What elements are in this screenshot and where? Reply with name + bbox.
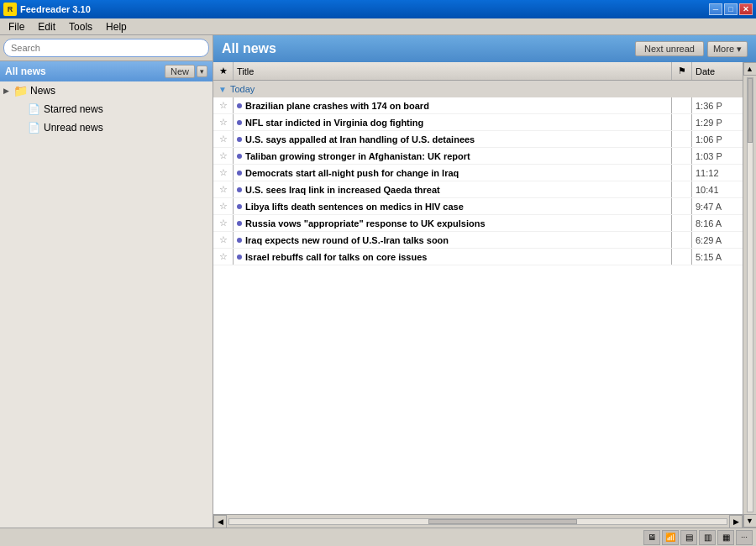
scroll-right-button[interactable]: ▶ bbox=[729, 515, 743, 528]
date-cell: 1:36 P bbox=[692, 101, 743, 111]
search-bar bbox=[0, 35, 213, 61]
news-title: Iraq expects new round of U.S.-Iran talk… bbox=[245, 235, 449, 245]
new-dropdown-button[interactable]: ▾ bbox=[197, 66, 207, 77]
status-icon-layout1[interactable]: ▤ bbox=[680, 530, 697, 545]
search-input[interactable] bbox=[3, 39, 209, 57]
table-row[interactable]: ☆ Israel rebuffs call for talks on core … bbox=[213, 249, 743, 265]
unread-dot bbox=[237, 238, 242, 243]
day-label: Today bbox=[230, 84, 255, 94]
table-row[interactable]: ☆ U.S. says appalled at Iran handling of… bbox=[213, 131, 743, 148]
table-row[interactable]: ☆ Taliban growing stronger in Afghanista… bbox=[213, 148, 743, 165]
table-row[interactable]: ☆ Brazilian plane crashes with 174 on bo… bbox=[213, 97, 743, 114]
more-arrow-icon: ▾ bbox=[737, 44, 742, 55]
window-controls: ─ □ ✕ bbox=[709, 3, 753, 15]
more-button[interactable]: More ▾ bbox=[707, 41, 748, 57]
news-title: Libya lifts death sentences on medics in… bbox=[245, 202, 464, 212]
flag-cell[interactable] bbox=[672, 114, 692, 130]
more-label: More bbox=[713, 44, 734, 54]
news-title: Russia vows "appropriate" response to UK… bbox=[245, 218, 486, 228]
status-icon-layout2[interactable]: ▥ bbox=[699, 530, 716, 545]
flag-cell[interactable] bbox=[672, 232, 692, 248]
star-cell[interactable]: ☆ bbox=[213, 181, 234, 197]
date-cell: 10:41 bbox=[692, 185, 743, 195]
status-icon-layout3[interactable]: ▦ bbox=[717, 530, 734, 545]
v-scroll-track[interactable] bbox=[747, 77, 753, 512]
menu-tools[interactable]: Tools bbox=[62, 19, 99, 34]
v-scroll-thumb[interactable] bbox=[748, 78, 753, 143]
star-cell[interactable]: ☆ bbox=[213, 97, 234, 113]
table-row[interactable]: ☆ Russia vows "appropriate" response to … bbox=[213, 215, 743, 232]
content-area: All news Next unread More ▾ ★ Title ⚑ Da… bbox=[213, 35, 756, 528]
star-cell[interactable]: ☆ bbox=[213, 249, 234, 265]
table-row[interactable]: ☆ Libya lifts death sentences on medics … bbox=[213, 198, 743, 215]
maximize-button[interactable]: □ bbox=[724, 3, 738, 15]
news-title: Israel rebuffs call for talks on core is… bbox=[245, 252, 427, 262]
all-news-header: All news New ▾ bbox=[0, 61, 213, 81]
table-header: ★ Title ⚑ Date bbox=[213, 62, 743, 81]
vertical-scrollbar[interactable]: ▲ ▼ bbox=[743, 62, 756, 528]
flag-cell[interactable] bbox=[672, 181, 692, 197]
menu-edit[interactable]: Edit bbox=[31, 19, 62, 34]
unread-dot bbox=[237, 154, 242, 159]
news-title: U.S. sees Iraq link in increased Qaeda t… bbox=[245, 185, 440, 195]
star-cell[interactable]: ☆ bbox=[213, 232, 234, 248]
menu-file[interactable]: File bbox=[2, 19, 31, 34]
scroll-track[interactable] bbox=[228, 518, 727, 525]
star-cell[interactable]: ☆ bbox=[213, 215, 234, 231]
flag-cell[interactable] bbox=[672, 165, 692, 181]
unread-dot bbox=[237, 221, 242, 226]
scroll-down-button[interactable]: ▼ bbox=[743, 514, 757, 528]
scroll-thumb[interactable] bbox=[428, 519, 578, 524]
tree-item-news[interactable]: ▶ 📁 News bbox=[0, 81, 213, 100]
date-cell: 1:06 P bbox=[692, 134, 743, 144]
status-icons: 🖥 📶 ▤ ▥ ▦ ⋯ bbox=[643, 530, 753, 545]
news-title: Taliban growing stronger in Afghanistan:… bbox=[245, 151, 470, 161]
star-cell[interactable]: ☆ bbox=[213, 198, 234, 214]
title-cell: Libya lifts death sentences on medics in… bbox=[234, 198, 672, 214]
table-row[interactable]: ☆ Democrats start all-night push for cha… bbox=[213, 165, 743, 181]
flag-cell[interactable] bbox=[672, 97, 692, 113]
next-unread-button[interactable]: Next unread bbox=[635, 41, 704, 56]
title-cell: Brazilian plane crashes with 174 on boar… bbox=[234, 97, 672, 113]
col-header-star: ★ bbox=[213, 62, 234, 80]
sidebar: All news New ▾ ▶ 📁 News 📄 Starred news 📄… bbox=[0, 35, 213, 528]
app-icon: R bbox=[3, 3, 17, 16]
date-cell: 9:47 A bbox=[692, 202, 743, 212]
tree-label-news: News bbox=[30, 85, 55, 97]
flag-cell[interactable] bbox=[672, 249, 692, 265]
scroll-up-button[interactable]: ▲ bbox=[743, 62, 757, 76]
title-cell: U.S. sees Iraq link in increased Qaeda t… bbox=[234, 181, 672, 197]
star-cell[interactable]: ☆ bbox=[213, 165, 234, 181]
status-icon-network[interactable]: 📶 bbox=[662, 530, 679, 545]
table-body: ▼ Today ☆ Brazilian plane crashes with 1… bbox=[213, 81, 743, 514]
table-row[interactable]: ☆ U.S. sees Iraq link in increased Qaeda… bbox=[213, 181, 743, 198]
flag-cell[interactable] bbox=[672, 215, 692, 231]
star-cell[interactable]: ☆ bbox=[213, 148, 234, 164]
star-cell[interactable]: ☆ bbox=[213, 131, 234, 147]
tree-item-starred[interactable]: 📄 Starred news bbox=[0, 100, 213, 118]
tree-item-unread[interactable]: 📄 Unread news bbox=[0, 118, 213, 137]
col-header-flag: ⚑ bbox=[672, 62, 692, 80]
unread-dot bbox=[237, 187, 242, 192]
table-row[interactable]: ☆ NFL star indicted in Virginia dog figh… bbox=[213, 114, 743, 131]
menu-help[interactable]: Help bbox=[99, 19, 134, 34]
status-icon-resize[interactable]: ⋯ bbox=[736, 530, 753, 545]
table-row[interactable]: ☆ Iraq expects new round of U.S.-Iran ta… bbox=[213, 232, 743, 249]
status-icon-monitor[interactable]: 🖥 bbox=[643, 530, 660, 545]
col-header-title[interactable]: Title bbox=[234, 62, 672, 80]
new-button[interactable]: New bbox=[165, 65, 195, 78]
flag-cell[interactable] bbox=[672, 131, 692, 147]
flag-cell[interactable] bbox=[672, 198, 692, 214]
day-expand-icon: ▼ bbox=[218, 85, 227, 94]
close-button[interactable]: ✕ bbox=[739, 3, 753, 15]
title-bar: R Feedreader 3.10 ─ □ ✕ bbox=[0, 0, 756, 18]
scroll-left-button[interactable]: ◀ bbox=[213, 515, 227, 528]
unread-dot bbox=[237, 120, 242, 125]
horizontal-scrollbar[interactable]: ◀ ▶ bbox=[213, 514, 743, 528]
title-cell: NFL star indicted in Virginia dog fighti… bbox=[234, 114, 672, 130]
col-header-date[interactable]: Date bbox=[692, 66, 743, 76]
star-cell[interactable]: ☆ bbox=[213, 114, 234, 130]
flag-cell[interactable] bbox=[672, 148, 692, 164]
minimize-button[interactable]: ─ bbox=[709, 3, 722, 15]
title-cell: Russia vows "appropriate" response to UK… bbox=[234, 215, 672, 231]
